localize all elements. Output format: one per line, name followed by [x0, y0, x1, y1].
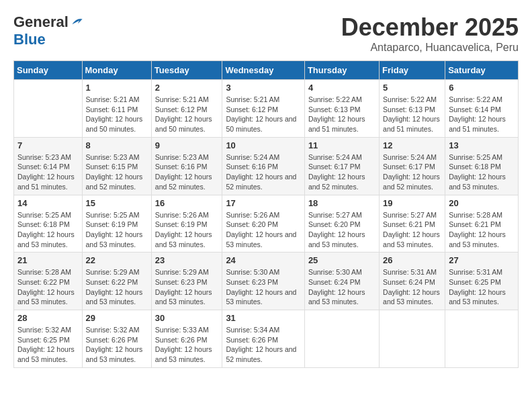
day-info: Sunrise: 5:28 AM Sunset: 6:21 PM Dayligh… — [449, 210, 515, 250]
day-info: Sunrise: 5:24 AM Sunset: 6:17 PM Dayligh… — [308, 152, 375, 192]
logo-blue-text: Blue — [13, 31, 46, 48]
day-number: 5 — [383, 83, 441, 93]
day-info: Sunrise: 5:26 AM Sunset: 6:19 PM Dayligh… — [155, 210, 219, 250]
logo: General Blue — [13, 13, 83, 48]
day-info: Sunrise: 5:29 AM Sunset: 6:22 PM Dayligh… — [86, 267, 148, 307]
day-number: 27 — [449, 255, 515, 265]
calendar-cell: 20Sunrise: 5:28 AM Sunset: 6:21 PM Dayli… — [445, 195, 519, 253]
day-number: 28 — [17, 313, 79, 323]
calendar-cell: 18Sunrise: 5:27 AM Sunset: 6:20 PM Dayli… — [304, 195, 379, 253]
day-number: 15 — [86, 198, 148, 208]
day-info: Sunrise: 5:23 AM Sunset: 6:16 PM Dayligh… — [155, 152, 219, 192]
day-info: Sunrise: 5:31 AM Sunset: 6:25 PM Dayligh… — [449, 267, 515, 307]
day-number: 13 — [449, 140, 515, 150]
day-info: Sunrise: 5:32 AM Sunset: 6:25 PM Dayligh… — [17, 325, 79, 365]
day-info: Sunrise: 5:25 AM Sunset: 6:18 PM Dayligh… — [449, 152, 515, 192]
calendar-cell: 23Sunrise: 5:29 AM Sunset: 6:23 PM Dayli… — [151, 253, 222, 310]
calendar-cell: 13Sunrise: 5:25 AM Sunset: 6:18 PM Dayli… — [445, 137, 519, 195]
calendar-cell: 4Sunrise: 5:22 AM Sunset: 6:13 PM Daylig… — [304, 80, 379, 138]
calendar-cell: 31Sunrise: 5:34 AM Sunset: 6:26 PM Dayli… — [222, 310, 305, 368]
day-number: 7 — [17, 140, 79, 150]
day-info: Sunrise: 5:32 AM Sunset: 6:26 PM Dayligh… — [86, 325, 148, 365]
day-number: 26 — [383, 255, 441, 265]
calendar-cell: 9Sunrise: 5:23 AM Sunset: 6:16 PM Daylig… — [151, 137, 222, 195]
day-info: Sunrise: 5:30 AM Sunset: 6:24 PM Dayligh… — [308, 267, 375, 307]
calendar-cell: 17Sunrise: 5:26 AM Sunset: 6:20 PM Dayli… — [222, 195, 305, 253]
calendar-cell: 30Sunrise: 5:33 AM Sunset: 6:26 PM Dayli… — [151, 310, 222, 368]
title-area: December 2025 Antaparco, Huancavelica, P… — [341, 13, 519, 54]
calendar-week-row: 14Sunrise: 5:25 AM Sunset: 6:18 PM Dayli… — [14, 195, 519, 253]
day-info: Sunrise: 5:21 AM Sunset: 6:12 PM Dayligh… — [226, 95, 301, 134]
calendar-cell: 22Sunrise: 5:29 AM Sunset: 6:22 PM Dayli… — [82, 253, 151, 310]
day-info: Sunrise: 5:29 AM Sunset: 6:23 PM Dayligh… — [155, 267, 219, 307]
day-number: 20 — [449, 198, 515, 208]
calendar-cell: 15Sunrise: 5:25 AM Sunset: 6:19 PM Dayli… — [82, 195, 151, 253]
day-number: 2 — [155, 83, 219, 93]
day-info: Sunrise: 5:26 AM Sunset: 6:20 PM Dayligh… — [226, 210, 301, 250]
day-info: Sunrise: 5:21 AM Sunset: 6:12 PM Dayligh… — [155, 95, 219, 134]
calendar-header-saturday: Saturday — [445, 61, 519, 80]
location-title: Antaparco, Huancavelica, Peru — [341, 42, 519, 54]
day-number: 12 — [383, 140, 441, 150]
day-number: 17 — [226, 198, 301, 208]
day-info: Sunrise: 5:34 AM Sunset: 6:26 PM Dayligh… — [226, 325, 301, 365]
calendar-week-row: 21Sunrise: 5:28 AM Sunset: 6:22 PM Dayli… — [14, 253, 519, 310]
day-info: Sunrise: 5:23 AM Sunset: 6:14 PM Dayligh… — [17, 152, 79, 192]
calendar-cell: 21Sunrise: 5:28 AM Sunset: 6:22 PM Dayli… — [14, 253, 83, 310]
day-info: Sunrise: 5:22 AM Sunset: 6:14 PM Dayligh… — [449, 95, 515, 134]
calendar-cell — [380, 310, 445, 368]
calendar-cell: 12Sunrise: 5:24 AM Sunset: 6:17 PM Dayli… — [380, 137, 445, 195]
calendar-cell: 8Sunrise: 5:23 AM Sunset: 6:15 PM Daylig… — [82, 137, 151, 195]
calendar-cell: 27Sunrise: 5:31 AM Sunset: 6:25 PM Dayli… — [445, 253, 519, 310]
day-number: 6 — [449, 83, 515, 93]
calendar-cell: 10Sunrise: 5:24 AM Sunset: 6:16 PM Dayli… — [222, 137, 305, 195]
day-number: 14 — [17, 198, 79, 208]
day-info: Sunrise: 5:27 AM Sunset: 6:20 PM Dayligh… — [308, 210, 375, 250]
day-number: 25 — [308, 255, 375, 265]
day-number: 16 — [155, 198, 219, 208]
day-info: Sunrise: 5:27 AM Sunset: 6:21 PM Dayligh… — [383, 210, 441, 250]
day-info: Sunrise: 5:21 AM Sunset: 6:11 PM Dayligh… — [86, 95, 148, 134]
day-info: Sunrise: 5:22 AM Sunset: 6:13 PM Dayligh… — [383, 95, 441, 134]
calendar-header-monday: Monday — [82, 61, 151, 80]
day-info: Sunrise: 5:28 AM Sunset: 6:22 PM Dayligh… — [17, 267, 79, 307]
day-number: 31 — [226, 313, 301, 323]
calendar-cell: 29Sunrise: 5:32 AM Sunset: 6:26 PM Dayli… — [82, 310, 151, 368]
calendar-cell: 24Sunrise: 5:30 AM Sunset: 6:23 PM Dayli… — [222, 253, 305, 310]
calendar-cell: 16Sunrise: 5:26 AM Sunset: 6:19 PM Dayli… — [151, 195, 222, 253]
calendar-table: SundayMondayTuesdayWednesdayThursdayFrid… — [13, 60, 519, 368]
calendar-week-row: 1Sunrise: 5:21 AM Sunset: 6:11 PM Daylig… — [14, 80, 519, 138]
calendar-cell — [445, 310, 519, 368]
day-number: 8 — [86, 140, 148, 150]
day-number: 29 — [86, 313, 148, 323]
day-info: Sunrise: 5:33 AM Sunset: 6:26 PM Dayligh… — [155, 325, 219, 365]
day-number: 24 — [226, 255, 301, 265]
day-info: Sunrise: 5:23 AM Sunset: 6:15 PM Dayligh… — [86, 152, 148, 192]
day-number: 4 — [308, 83, 375, 93]
day-number: 10 — [226, 140, 301, 150]
day-number: 11 — [308, 140, 375, 150]
day-info: Sunrise: 5:24 AM Sunset: 6:16 PM Dayligh… — [226, 152, 301, 192]
calendar-cell: 7Sunrise: 5:23 AM Sunset: 6:14 PM Daylig… — [14, 137, 83, 195]
calendar-header-tuesday: Tuesday — [151, 61, 222, 80]
day-number: 30 — [155, 313, 219, 323]
calendar-header-thursday: Thursday — [304, 61, 379, 80]
day-number: 9 — [155, 140, 219, 150]
calendar-week-row: 7Sunrise: 5:23 AM Sunset: 6:14 PM Daylig… — [14, 137, 519, 195]
calendar-cell: 2Sunrise: 5:21 AM Sunset: 6:12 PM Daylig… — [151, 80, 222, 138]
day-info: Sunrise: 5:31 AM Sunset: 6:24 PM Dayligh… — [383, 267, 441, 307]
day-number: 21 — [17, 255, 79, 265]
day-number: 1 — [86, 83, 148, 93]
calendar-header-friday: Friday — [380, 61, 445, 80]
calendar-cell — [304, 310, 379, 368]
logo-bird-icon — [70, 15, 83, 29]
day-info: Sunrise: 5:25 AM Sunset: 6:18 PM Dayligh… — [17, 210, 79, 250]
calendar-cell: 5Sunrise: 5:22 AM Sunset: 6:13 PM Daylig… — [380, 80, 445, 138]
day-number: 18 — [308, 198, 375, 208]
calendar-cell: 1Sunrise: 5:21 AM Sunset: 6:11 PM Daylig… — [82, 80, 151, 138]
calendar-cell: 11Sunrise: 5:24 AM Sunset: 6:17 PM Dayli… — [304, 137, 379, 195]
calendar-cell: 25Sunrise: 5:30 AM Sunset: 6:24 PM Dayli… — [304, 253, 379, 310]
month-title: December 2025 — [341, 13, 519, 42]
calendar-header-sunday: Sunday — [14, 61, 83, 80]
calendar-week-row: 28Sunrise: 5:32 AM Sunset: 6:25 PM Dayli… — [14, 310, 519, 368]
